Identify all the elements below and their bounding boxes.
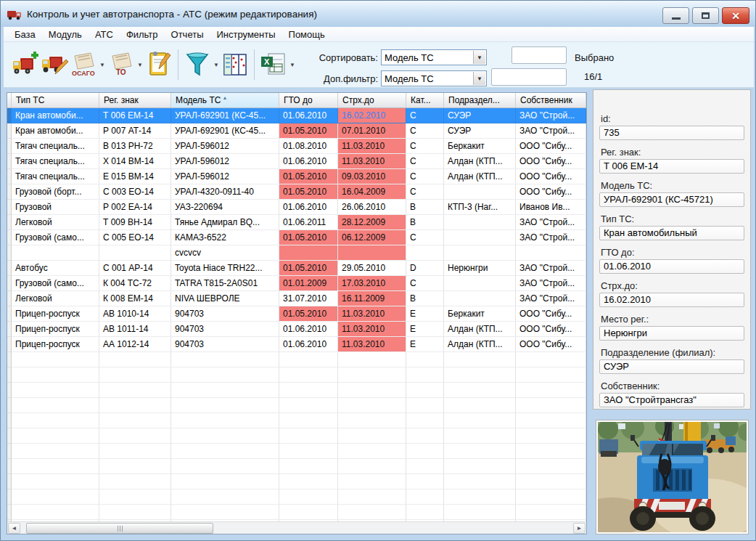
table-cell[interactable]: Тягач специаль...	[12, 169, 99, 184]
table-cell[interactable]: 26.06.2010	[338, 200, 406, 215]
table-cell[interactable]: Грузовой (само...	[12, 230, 99, 245]
table-cell[interactable]	[12, 245, 99, 261]
table-row[interactable]: cvcvcv	[7, 245, 586, 261]
table-cell[interactable]: 16.02.2010	[338, 108, 406, 123]
table-cell[interactable]: Т 006 ЕМ-14	[99, 108, 171, 123]
table-cell[interactable]: 28.12.2009	[338, 215, 406, 230]
table-cell[interactable]: С	[406, 276, 444, 291]
table-row[interactable]: Кран автомоби...Т 006 ЕМ-14УРАЛ-692901 (…	[7, 108, 586, 123]
table-cell[interactable]	[444, 215, 516, 230]
table-cell[interactable]: Прицеп-роспуск	[12, 337, 99, 352]
detail-field-value-2[interactable]: УРАЛ-692901 (КС-45721)	[599, 192, 744, 207]
table-cell[interactable]: Алдан (КТП...	[444, 337, 516, 352]
table-cell[interactable]	[444, 276, 516, 291]
table-row[interactable]: Грузовой (борт...С 003 ЕО-14УРАЛ-4320-09…	[7, 184, 586, 200]
table-row[interactable]: Прицеп-роспускАВ 1010-1490470301.05.2010…	[7, 306, 586, 322]
addfilter-combo[interactable]: Модель ТС ▼	[381, 70, 487, 86]
minimize-button[interactable]	[662, 7, 689, 24]
column-header-6[interactable]: Подраздел...	[444, 93, 516, 108]
osago-dropdown-arrow[interactable]: ▼	[98, 49, 107, 81]
table-cell[interactable]: Toyota Hiace TRH22...	[171, 261, 279, 276]
table-cell[interactable]: 01.08.2010	[279, 139, 338, 154]
table-cell[interactable]: Грузовой (борт...	[12, 184, 99, 200]
column-header-4[interactable]: Стрх.до	[338, 93, 406, 108]
table-cell[interactable]: Алдан (КТП...	[444, 322, 516, 337]
detail-field-value-7[interactable]: СУЭР	[599, 359, 744, 374]
scroll-right-arrow[interactable]: ►	[573, 523, 586, 534]
table-row[interactable]: Грузовой (само...К 004 ТС-72TATRA T815-2…	[7, 276, 586, 291]
table-cell[interactable]: Прицеп-роспуск	[12, 306, 99, 322]
table-cell[interactable]: Нерюнгри	[444, 261, 516, 276]
table-cell[interactable]: Тянье Адмирал BQ...	[171, 215, 279, 230]
sort-value-input[interactable]	[511, 46, 567, 64]
column-header-2[interactable]: Модель ТС▲	[171, 93, 279, 108]
menu-item-1[interactable]: Модуль	[42, 28, 89, 41]
table-row[interactable]: Кран автомоби...Р 007 АТ-14УРАЛ-692901 (…	[7, 123, 586, 139]
table-cell[interactable]: С 003 ЕО-14	[99, 184, 171, 200]
table-cell[interactable]: NIVA ШЕВРОЛЕ	[171, 291, 279, 306]
table-cell[interactable]: 31.07.2010	[279, 291, 338, 306]
table-cell[interactable]: 904703	[171, 306, 279, 322]
menu-item-0[interactable]: База	[8, 28, 42, 41]
table-row[interactable]: Прицеп-роспускАВ 1011-1490470301.06.2010…	[7, 322, 586, 337]
table-cell[interactable]: АВ 1011-14	[99, 322, 171, 337]
table-cell[interactable]	[444, 184, 516, 200]
table-row[interactable]: Тягач специаль...В 013 РН-72УРАЛ-5960120…	[7, 139, 586, 154]
table-cell[interactable]: 17.03.2010	[338, 276, 406, 291]
to-button[interactable]: ТО	[107, 49, 136, 81]
table-cell[interactable]: 09.03.2010	[338, 169, 406, 184]
excel-dropdown-arrow[interactable]: ▼	[288, 49, 297, 81]
table-cell[interactable]: ЗАО "Строй...	[516, 215, 586, 230]
table-cell[interactable]: КАМАЗ-6522	[171, 230, 279, 245]
table-cell[interactable]	[444, 230, 516, 245]
edit-vehicle-button[interactable]	[40, 49, 69, 81]
table-cell[interactable]: 01.05.2010	[279, 261, 338, 276]
detail-field-value-6[interactable]: Нерюнгри	[599, 326, 744, 341]
detail-field-value-5[interactable]: 16.02.2010	[599, 293, 744, 307]
table-cell[interactable]: В 013 РН-72	[99, 139, 171, 154]
sort-combo[interactable]: Модель ТС ▼	[381, 49, 487, 65]
table-cell[interactable]: 29.05.2010	[338, 261, 406, 276]
table-cell[interactable]: ООО "Сибу...	[516, 154, 586, 169]
table-cell[interactable]: С 001 АР-14	[99, 261, 171, 276]
table-cell[interactable]: 11.03.2010	[338, 337, 406, 352]
table-cell[interactable]	[516, 245, 586, 261]
table-cell[interactable]: ЗАО "Строй...	[516, 291, 586, 306]
close-button[interactable]: ✕	[722, 7, 749, 24]
menu-item-6[interactable]: Помощь	[282, 28, 332, 41]
table-cell[interactable]: Прицеп-роспуск	[12, 322, 99, 337]
table-cell[interactable]: ООО "Сибу...	[516, 139, 586, 154]
table-cell[interactable]: С	[406, 230, 444, 245]
table-cell[interactable]: cvcvcv	[171, 245, 279, 261]
scroll-left-arrow[interactable]: ◄	[8, 523, 20, 534]
table-cell[interactable]: Алдан (КТП...	[444, 154, 516, 169]
column-header-3[interactable]: ГТО до	[279, 93, 338, 108]
table-cell[interactable]: 01.05.2010	[279, 169, 338, 184]
table-row[interactable]: АвтобусС 001 АР-14Toyota Hiace TRH22...0…	[7, 261, 586, 276]
table-cell[interactable]: Е	[406, 322, 444, 337]
table-cell[interactable]: Грузовой (само...	[12, 276, 99, 291]
table-cell[interactable]: ООО "Сибу...	[516, 306, 586, 322]
table-cell[interactable]: Тягач специаль...	[12, 154, 99, 169]
table-cell[interactable]: 11.03.2010	[338, 322, 406, 337]
table-cell[interactable]: ООО "Сибу...	[516, 322, 586, 337]
table-cell[interactable]: ЗАО "Строй...	[516, 261, 586, 276]
table-cell[interactable]: Алдан (КТП...	[444, 169, 516, 184]
table-cell[interactable]: Е	[406, 337, 444, 352]
table-cell[interactable]: КТП-3 (Наг...	[444, 200, 516, 215]
detail-field-value-8[interactable]: ЗАО "Стройтрансгаз"	[599, 393, 744, 407]
table-cell[interactable]: С	[406, 169, 444, 184]
table-cell[interactable]: ООО "Сибу...	[516, 337, 586, 352]
table-cell[interactable]: 11.03.2010	[338, 306, 406, 322]
table-cell[interactable]: Кран автомоби...	[12, 123, 99, 139]
addfilter-combo-arrow[interactable]: ▼	[473, 72, 485, 85]
table-cell[interactable]: В	[406, 215, 444, 230]
column-header-5[interactable]: Кат...	[406, 93, 444, 108]
table-cell[interactable]: 01.06.2010	[279, 322, 338, 337]
table-cell[interactable]: Т 009 ВН-14	[99, 215, 171, 230]
table-cell[interactable]: 01.06.2010	[279, 154, 338, 169]
table-row[interactable]: ЛегковойТ 009 ВН-14Тянье Адмирал BQ...01…	[7, 215, 586, 230]
table-row[interactable]: ГрузовойР 002 ЕА-14УАЗ-22069401.06.20102…	[7, 200, 586, 215]
table-cell[interactable]: Автобус	[12, 261, 99, 276]
table-cell[interactable]: 07.01.2010	[338, 123, 406, 139]
